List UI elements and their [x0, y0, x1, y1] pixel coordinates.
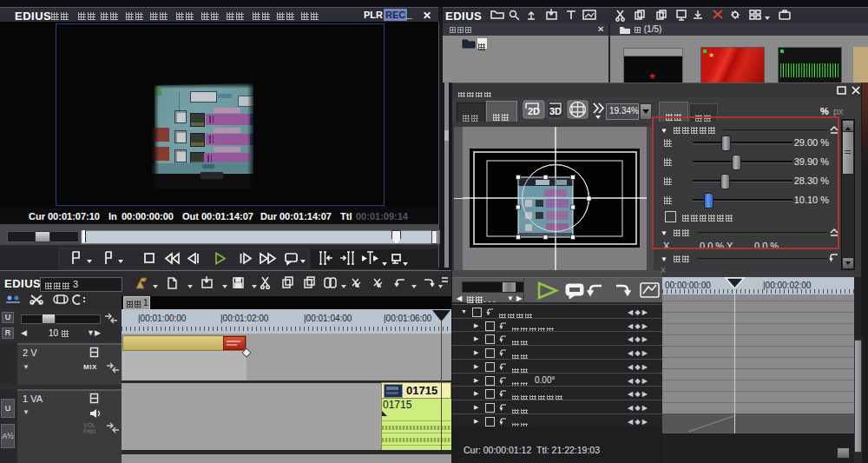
svg-text:2D: 2D [528, 106, 540, 116]
svg-text:3D: 3D [549, 106, 562, 116]
